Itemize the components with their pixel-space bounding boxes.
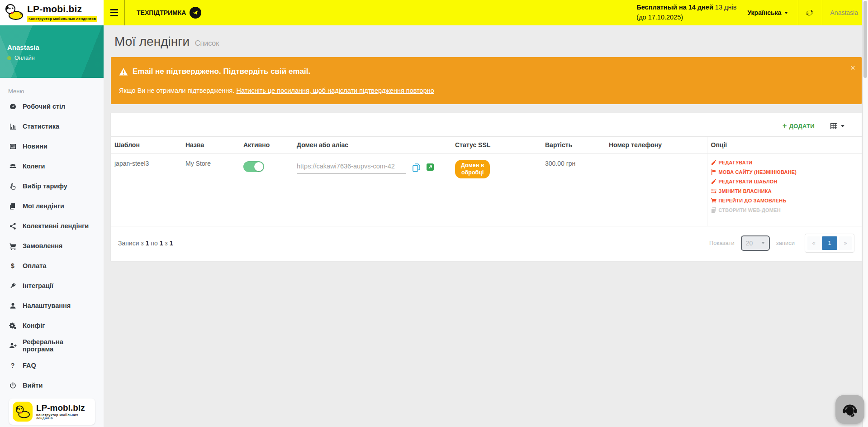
header-username[interactable]: Anastasia <box>822 9 868 16</box>
sidebar-item-integrations[interactable]: Інтеграції <box>0 276 104 296</box>
active-toggle[interactable] <box>243 161 264 172</box>
dog-logo-icon <box>5 3 24 22</box>
sidebar-item-news[interactable]: Новини <box>0 136 104 156</box>
sidebar-footer-logo[interactable]: LP-mobi.biz Конструктор мобільних лендін… <box>9 398 95 425</box>
cell-domain <box>293 154 451 226</box>
pagination-group: « 1 » <box>805 234 854 253</box>
sidebar-item-settings[interactable]: Налаштування <box>0 296 104 316</box>
cell-price: 300.00 грн <box>541 154 605 226</box>
sidebar-user-panel: Anastasia Онлайн <box>0 25 104 78</box>
next-page-button[interactable]: » <box>839 236 852 250</box>
user-plus-icon <box>8 342 17 350</box>
option-go-to-orders[interactable]: ПЕРЕЙТИ ДО ЗАМОВЛЕНЬ <box>711 198 859 203</box>
plug-icon <box>8 282 17 290</box>
table-grid-icon <box>830 123 838 130</box>
cell-name: My Store <box>182 154 240 226</box>
page-1-button[interactable]: 1 <box>822 236 837 250</box>
headset-icon <box>841 400 859 418</box>
language-icon <box>711 169 716 175</box>
landings-panel: + ДОДАТИ Шаблон На <box>111 113 862 261</box>
app-root: LP-mobi.biz Конструктор мобильных лендин… <box>0 0 868 427</box>
sidebar: LP-mobi.biz Конструктор мобильных лендин… <box>0 0 104 427</box>
option-site-language[interactable]: МОВА САЙТУ (НЕЗМІНЮВАНЕ) <box>711 169 859 175</box>
share-icon <box>8 222 17 230</box>
trial-plan-label: Бесплатный на 14 дней <box>636 4 713 11</box>
sidebar-item-logout[interactable]: Вийти <box>0 375 104 395</box>
brand-tagline: Конструктор мобільних лендінгів <box>36 413 91 420</box>
sidebar-item-orders[interactable]: Замовлення <box>0 236 104 256</box>
option-change-owner[interactable]: ЗМІНИТИ ВЛАСНИКА <box>711 188 859 194</box>
brand-logo[interactable]: LP-mobi.biz Конструктор мобильных лендин… <box>0 0 104 25</box>
copy-domain-button[interactable] <box>413 163 420 172</box>
language-selector[interactable]: Українська <box>747 9 787 16</box>
power-icon <box>8 382 17 389</box>
support-label: ТЕХПІДТРИМКА <box>137 9 186 16</box>
show-label: Показати <box>709 240 735 246</box>
columns-dropdown-button[interactable] <box>830 123 844 130</box>
sidebar-item-config[interactable]: Конфіг <box>0 316 104 336</box>
records-label: записи <box>776 240 795 246</box>
support-link[interactable]: ТЕХПІДТРИМКА <box>137 7 201 19</box>
trial-info: Бесплатный на 14 дней13 днів (до 17.10.2… <box>636 3 736 23</box>
col-options: Опції <box>707 137 862 154</box>
header-divider <box>124 0 125 25</box>
sidebar-item-statistics[interactable]: Статистика <box>0 116 104 136</box>
sidebar-item-my-landings[interactable]: Мої лендінги <box>0 196 104 216</box>
landings-icon <box>8 202 17 210</box>
sidebar-item-payment[interactable]: $ Оплата <box>0 256 104 276</box>
colleagues-icon <box>8 163 17 170</box>
sidebar-item-tariff[interactable]: Вибір тарифу <box>0 176 104 196</box>
chat-widget-button[interactable] <box>835 395 864 424</box>
cart-icon <box>711 198 716 203</box>
online-dot <box>7 56 11 60</box>
scrollbar[interactable] <box>862 0 868 427</box>
sidebar-item-dashboard[interactable]: Робочий стіл <box>0 96 104 116</box>
plus-icon: + <box>783 122 787 130</box>
col-name: Назва <box>182 137 240 154</box>
pagination-bar: Записи з 1 по 1 з 1 Показати 20 записи «… <box>111 226 862 261</box>
sidebar-user-name: Anastasia <box>7 43 96 51</box>
panel-toolbar: + ДОДАТИ <box>111 113 862 136</box>
sidebar-item-colleagues[interactable]: Колеги <box>0 156 104 176</box>
col-template: Шаблон <box>111 137 182 154</box>
top-bar: ТЕХПІДТРИМКА Бесплатный на 14 дней13 дні… <box>104 0 868 25</box>
sidebar-menu: Робочий стіл Статистика Новини Колеги Ви… <box>0 96 104 395</box>
resend-confirmation-link[interactable]: Натисніть це посилання, щоб надіслати пі… <box>236 87 434 94</box>
email-alert: Email не підтверджено. Підтвердіть свій … <box>111 57 862 104</box>
sidebar-item-referral[interactable]: Реферальна програма <box>0 336 104 355</box>
refresh-icon <box>806 9 814 17</box>
brand-tagline: Конструктор мобильных лендингов <box>27 16 97 22</box>
edit-icon <box>711 179 716 184</box>
ssl-status-badge: Домен в обробці <box>455 160 490 178</box>
alert-message: Якщо Ви не отримали підтвердження. <box>119 87 236 94</box>
cart-icon <box>8 242 17 250</box>
trial-until: (до 17.10.2025) <box>636 13 736 23</box>
alert-close-button[interactable]: × <box>850 63 855 72</box>
col-domain: Домен або аліас <box>293 137 451 154</box>
option-edit-template[interactable]: РЕДАГУВАТИ ШАБЛОН <box>711 179 859 184</box>
dog-logo-icon <box>13 402 33 422</box>
cell-ssl-status: Домен в обробці <box>451 154 541 226</box>
landings-table: Шаблон Назва Активно Домен або аліас Ста… <box>111 136 862 226</box>
scrollbar-thumb[interactable] <box>863 1 867 78</box>
warning-icon <box>119 67 128 76</box>
menu-section-label: Меню <box>0 78 104 96</box>
open-domain-button[interactable] <box>427 163 434 171</box>
options-list: РЕДАГУВАТИ МОВА САЙТУ (НЕЗМІНЮВАНЕ) РЕДА… <box>711 160 859 213</box>
main-content: Мої лендінги Список Email не підтверджен… <box>104 25 862 427</box>
alert-title-text: Email не підтверджено. Підтвердіть свій … <box>133 67 310 76</box>
page-size-select[interactable]: 20 <box>741 235 770 251</box>
menu-toggle-button[interactable] <box>104 0 124 25</box>
refresh-button[interactable] <box>798 0 822 25</box>
option-edit[interactable]: РЕДАГУВАТИ <box>711 160 859 165</box>
prev-page-button[interactable]: « <box>807 236 820 250</box>
domain-input[interactable] <box>297 160 406 174</box>
telegram-icon <box>190 7 201 19</box>
user-icon <box>8 302 17 310</box>
sidebar-item-faq[interactable]: ? FAQ <box>0 355 104 375</box>
online-status-label: Онлайн <box>14 55 35 61</box>
stats-icon <box>8 123 17 130</box>
add-landing-button[interactable]: + ДОДАТИ <box>783 122 815 130</box>
cell-active <box>240 154 293 226</box>
sidebar-item-collective-landings[interactable]: Колективні лендінги <box>0 216 104 236</box>
